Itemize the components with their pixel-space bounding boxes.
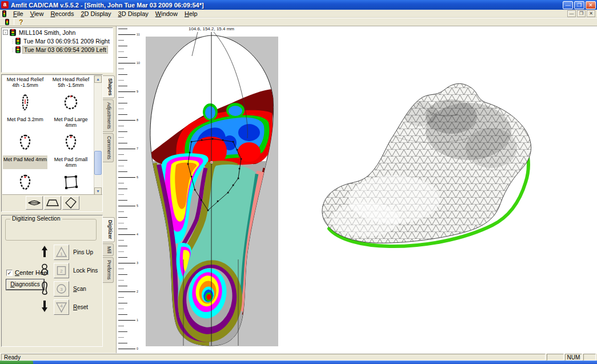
mdi-restore-button[interactable]: ❐ [577,10,586,17]
insole-mesh-3d[interactable] [280,57,597,254]
start-button-edge[interactable] [0,361,33,364]
menu-records[interactable]: Records [47,10,77,18]
mdi-minimize-button[interactable]: — [567,10,576,17]
shape-item[interactable]: Met Pad 3.2mm [2,115,48,155]
svg-text:2: 2 [137,290,138,293]
trapezoid-icon [46,199,59,207]
svg-text:10: 10 [137,61,140,65]
tab-mill[interactable]: Mill [103,243,114,257]
shape-item[interactable]: Met Pad Small 4mm [48,155,94,195]
shape-item[interactable]: Met Head Relief 5th -1.5mm [48,75,94,115]
menu-3d-display[interactable]: 3D Display [115,10,152,18]
menu-window[interactable]: Window [152,10,181,18]
triangle-4-icon: 4 [55,301,67,313]
toolbar: ? [0,18,597,26]
digitizer-tab-strip: Digitizer Mill Preforms [103,217,115,284]
tree-root-label: MILL104 Smith, John [18,29,77,36]
tree-root[interactable]: - MILL104 Smith, John [2,28,113,37]
status-num-lock: NUM [565,354,582,361]
mdi-close-button[interactable]: ✕ [587,10,595,17]
taskbar-edge[interactable] [0,361,597,364]
met-pad-small-4mm-icon [63,169,79,195]
svg-text:2: 2 [60,268,63,273]
svg-text:4: 4 [137,233,138,236]
tree-item-left[interactable]: ⋮ Tue Mar 03 06:09:54 2009 Left [2,45,113,54]
status-cell-empty [583,354,596,361]
tab-digitizer[interactable]: Digitizer [103,217,115,242]
menu-2d-display[interactable]: 2D Display [77,10,114,18]
menu-file[interactable]: File [10,10,27,18]
foot-scan-icon [39,281,50,296]
met-head-relief-4th-icon [21,89,30,115]
reset-button[interactable]: 4 [54,299,69,315]
shape-item[interactable]: Met Head Relief 4th -1.5mm [2,75,48,115]
scroll-up-icon[interactable]: ▲ [94,75,102,83]
shapes-list[interactable]: Met Head Relief 4th -1.5mm Met Head Reli… [2,75,95,195]
tab-preforms[interactable]: Preforms [103,257,114,282]
record-icon [15,46,21,53]
trapezoid-shape-button[interactable] [44,196,61,210]
menu-view[interactable]: View [27,10,47,18]
statusbar: Ready NUM [0,353,597,361]
svg-text:1: 1 [137,318,138,322]
tree-collapse-icon[interactable]: - [3,30,8,35]
menubar: File View Records 2D Display 3D Display … [0,10,597,18]
diamond-shape-button[interactable] [62,196,79,210]
met-pad-med-4mm-icon [18,169,32,195]
scroll-thumb[interactable] [94,151,102,175]
digitizing-selection-group: Digitizing Selection [5,219,97,241]
shape-label: Met Pad Large 4mm [48,115,94,129]
svg-text:4: 4 [60,303,63,309]
minimize-button[interactable]: — [563,1,573,9]
svg-text:1: 1 [60,251,63,257]
pins-up-button[interactable]: 1 [54,245,69,260]
shapes-tab-strip: Shapes Adjustments Comments [103,75,115,163]
record-icon [15,38,21,45]
lock-pins-button[interactable]: 2 [54,263,69,278]
tree-item-right[interactable]: ⋮ Tue Mar 03 06:09:51 2009 Right [2,37,113,45]
restore-button[interactable]: ❐ [574,1,584,9]
shapes-panel: Met Head Relief 4th -1.5mm Met Head Reli… [1,74,103,212]
scan-button[interactable]: 3 [54,281,69,297]
scan-label: Scan [73,286,86,292]
client-area: - MILL104 Smith, John ⋮ Tue Mar 03 06:09… [0,26,597,353]
close-button[interactable]: ✕ [586,1,596,9]
help-toolbar-button[interactable]: ? [16,18,26,26]
window-title: Amfit CAD/CAM v.5.5.2 - [Smith, John Tue… [11,2,204,9]
lock-pins-label: Lock Pins [73,267,98,274]
tab-shapes[interactable]: Shapes [103,75,115,98]
patient-tree[interactable]: - MILL104 Smith, John ⋮ Tue Mar 03 06:09… [1,27,113,73]
tree-item-label: Tue Mar 03 06:09:51 2009 Right [22,38,111,45]
left-panel: - MILL104 Smith, John ⋮ Tue Mar 03 06:09… [0,26,117,353]
svg-text:0: 0 [137,347,138,350]
coordinate-readout: 104.6, 154.2, 15.4 mm [189,26,234,31]
shape-item[interactable]: Met Pad Med 4mm [2,155,48,195]
shapes-scrollbar[interactable]: ▲ ▼ [94,75,102,195]
met-head-relief-5th-icon [63,89,78,115]
pressure-map-2d[interactable]: 104.6, 154.2, 15.4 mm [143,26,280,350]
square-2-icon: 2 [55,265,67,277]
tab-adjustments[interactable]: Adjustments [103,99,114,132]
tab-comments[interactable]: Comments [103,133,114,162]
status-cell-empty [547,354,564,361]
shape-label: Met Pad Med 4mm [3,155,47,169]
center-heel-checkbox[interactable]: ✓ [6,270,13,276]
records-toolbar-button[interactable] [2,18,12,26]
svg-text:6: 6 [137,175,138,179]
shape-item[interactable]: Met Pad Large 4mm [48,115,94,155]
lens-shape-button[interactable] [26,196,43,210]
digitizing-selection-title: Digitizing Selection [10,215,62,222]
svg-text:5: 5 [137,204,138,207]
tree-item-label: Tue Mar 03 06:09:54 2009 Left [22,46,108,54]
pins-up-arrow-icon [39,246,50,258]
records-icon [3,18,11,26]
diagnostics-button[interactable]: Diagnostics [6,279,44,290]
met-pad-large-4mm-icon [64,129,78,155]
help-icon: ? [19,18,23,26]
reset-label: Reset [73,304,88,310]
shape-label: Met Head Relief 4th -1.5mm [2,75,48,89]
menu-help[interactable]: Help [181,10,201,18]
mesh-wireframe [314,77,543,248]
lens-icon [27,199,41,207]
document-traffic-light-icon[interactable] [1,10,7,17]
